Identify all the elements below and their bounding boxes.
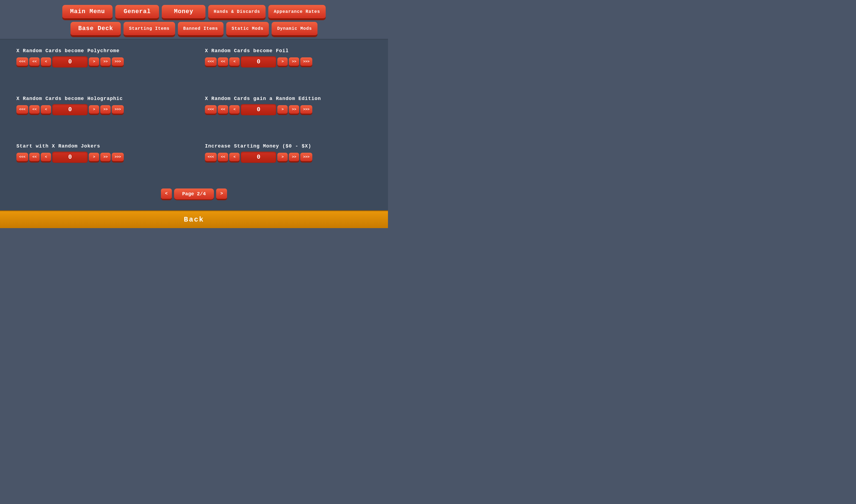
random-edition-value: 0 [241,104,276,115]
starting-money-stepper: <<< << < 0 > >> >>> [205,151,372,163]
starting-items-button[interactable]: Starting Items [124,22,175,36]
random-jokers-btn-prev[interactable]: < [41,153,51,162]
polychrome-btn-next-next-next[interactable]: >>> [112,57,124,66]
random-edition-btn-prev-prev-prev[interactable]: <<< [205,105,217,114]
foil-btn-next-next[interactable]: >> [289,57,299,66]
foil-control: X Random Cards become Foil <<< << < 0 > … [205,48,372,88]
polychrome-stepper: <<< << < 0 > >> >>> [16,56,183,68]
random-jokers-label: Start with X Random Jokers [16,143,183,149]
hands-discards-button[interactable]: Hands & Discards [208,5,266,19]
nav-row-2: Base Deck Starting Items Banned Items St… [5,22,382,36]
random-jokers-control: Start with X Random Jokers <<< << < 0 > … [16,143,183,183]
pagination: < Page 2/4 > [16,188,372,202]
foil-btn-next[interactable]: > [277,57,288,66]
polychrome-btn-prev-prev[interactable]: << [29,57,40,66]
random-edition-btn-next-next-next[interactable]: >>> [300,105,312,114]
polychrome-value: 0 [52,56,88,68]
main-content: X Random Cards become Polychrome <<< << … [0,40,388,210]
starting-money-btn-next[interactable]: > [277,153,288,162]
static-mods-button[interactable]: Static Mods [226,22,269,36]
starting-money-btn-prev-prev[interactable]: << [218,153,228,162]
holographic-btn-prev-prev-prev[interactable]: <<< [16,105,28,114]
back-button[interactable]: Back [184,216,204,224]
starting-money-btn-next-next-next[interactable]: >>> [300,153,312,162]
base-deck-button[interactable]: Base Deck [71,22,121,36]
page-next-button[interactable]: > [216,188,227,199]
holographic-control: X Random Cards become Holographic <<< <<… [16,96,183,136]
random-jokers-btn-prev-prev-prev[interactable]: <<< [16,153,28,162]
starting-money-btn-next-next[interactable]: >> [289,153,299,162]
starting-money-control: Increase Starting Money ($0 - $X) <<< <<… [205,143,372,183]
polychrome-btn-prev[interactable]: < [41,57,51,66]
top-navigation: Main Menu General Money Hands & Discards… [0,0,388,40]
holographic-btn-next-next[interactable]: >> [100,105,111,114]
main-menu-button[interactable]: Main Menu [62,5,112,19]
general-button[interactable]: General [115,5,159,19]
foil-stepper: <<< << < 0 > >> >>> [205,56,372,68]
nav-row-1: Main Menu General Money Hands & Discards… [5,5,382,19]
random-jokers-btn-next-next-next[interactable]: >>> [112,153,124,162]
random-edition-stepper: <<< << < 0 > >> >>> [205,104,372,115]
page-label: Page 2/4 [174,188,214,199]
random-jokers-stepper: <<< << < 0 > >> >>> [16,151,183,163]
foil-btn-prev-prev-prev[interactable]: <<< [205,57,217,66]
holographic-btn-prev-prev[interactable]: << [29,105,40,114]
random-jokers-btn-next-next[interactable]: >> [100,153,111,162]
banned-items-button[interactable]: Banned Items [178,22,224,36]
page-prev-button[interactable]: < [161,188,172,199]
dynamic-mods-button[interactable]: Dynamic Mods [272,22,317,36]
appearance-rates-button[interactable]: Appearance Rates [268,5,326,19]
money-button[interactable]: Money [162,5,206,19]
foil-btn-prev[interactable]: < [229,57,239,66]
random-jokers-value: 0 [52,151,88,163]
footer: Back [0,210,388,228]
foil-value: 0 [241,56,276,68]
holographic-btn-next[interactable]: > [89,105,99,114]
random-edition-btn-prev[interactable]: < [229,105,239,114]
starting-money-btn-prev-prev-prev[interactable]: <<< [205,153,217,162]
polychrome-label: X Random Cards become Polychrome [16,48,183,54]
controls-grid: X Random Cards become Polychrome <<< << … [16,48,372,183]
holographic-label: X Random Cards become Holographic [16,96,183,101]
random-edition-btn-next-next[interactable]: >> [289,105,299,114]
starting-money-label: Increase Starting Money ($0 - $X) [205,143,372,149]
polychrome-control: X Random Cards become Polychrome <<< << … [16,48,183,88]
random-jokers-btn-prev-prev[interactable]: << [29,153,40,162]
holographic-btn-prev[interactable]: < [41,105,51,114]
holographic-stepper: <<< << < 0 > >> >>> [16,104,183,115]
polychrome-btn-prev-prev-prev[interactable]: <<< [16,57,28,66]
random-edition-btn-prev-prev[interactable]: << [218,105,228,114]
foil-label: X Random Cards become Foil [205,48,372,54]
holographic-btn-next-next-next[interactable]: >>> [112,105,124,114]
foil-btn-prev-prev[interactable]: << [218,57,228,66]
polychrome-btn-next-next[interactable]: >> [100,57,111,66]
polychrome-btn-next[interactable]: > [89,57,99,66]
random-jokers-btn-next[interactable]: > [89,153,99,162]
random-edition-label: X Random Cards gain a Random Edition [205,96,372,101]
starting-money-value: 0 [241,151,276,163]
starting-money-btn-prev[interactable]: < [229,153,239,162]
random-edition-btn-next[interactable]: > [277,105,288,114]
holographic-value: 0 [52,104,88,115]
foil-btn-next-next-next[interactable]: >>> [300,57,312,66]
random-edition-control: X Random Cards gain a Random Edition <<<… [205,96,372,136]
